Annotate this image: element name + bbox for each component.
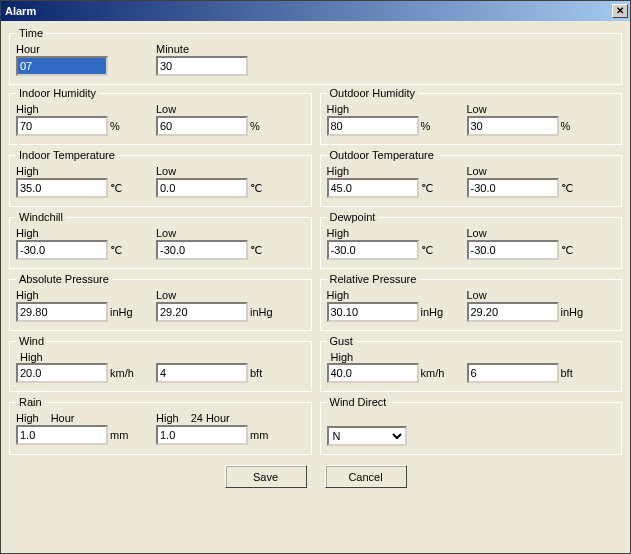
unit-inhg: inHg [250,306,273,318]
group-gust: Gust High km/h bft [320,335,623,392]
alarm-window: Alarm ✕ Time Hour Minute Indoor Humidity [0,0,631,554]
label-it-low: Low [156,165,276,177]
legend-windchill: Windchill [16,211,66,223]
abs-pressure-high-input[interactable] [16,302,108,322]
unit-degc: ℃ [561,182,573,195]
label-gust-high: High [331,351,354,363]
unit-pct: % [421,120,431,132]
save-button[interactable]: Save [225,465,307,488]
legend-gust: Gust [327,335,356,347]
unit-inhg: inHg [421,306,444,318]
legend-outdoor-temp: Outdoor Temperature [327,149,437,161]
dewpoint-low-input[interactable] [467,240,559,260]
unit-degc: ℃ [250,244,262,257]
legend-wind-direct: Wind Direct [327,396,390,408]
group-dewpoint: Dewpoint High ℃ Low ℃ [320,211,623,269]
gust-kmh-input[interactable] [327,363,419,383]
abs-pressure-low-input[interactable] [156,302,248,322]
label-wind-high: High [20,351,43,363]
label-wc-low: Low [156,227,276,239]
hour-input[interactable] [16,56,108,76]
label-ih-high: High [16,103,136,115]
label-rain-high1: High [16,412,39,424]
dewpoint-high-input[interactable] [327,240,419,260]
minute-input[interactable] [156,56,248,76]
unit-mm: mm [110,429,128,441]
group-wind: Wind High km/h bft [9,335,312,392]
legend-wind: Wind [16,335,47,347]
group-time: Time Hour Minute [9,27,622,85]
unit-bft: bft [561,367,573,379]
indoor-temp-low-input[interactable] [156,178,248,198]
outdoor-temp-high-input[interactable] [327,178,419,198]
legend-indoor-temp: Indoor Temperature [16,149,118,161]
indoor-humidity-low-input[interactable] [156,116,248,136]
group-indoor-humidity: Indoor Humidity High % Low % [9,87,312,145]
label-oh-high: High [327,103,447,115]
close-icon[interactable]: ✕ [612,4,628,18]
indoor-temp-high-input[interactable] [16,178,108,198]
unit-degc: ℃ [110,182,122,195]
group-rain: Rain High Hour mm High 24 Hour [9,396,312,455]
unit-pct: % [250,120,260,132]
unit-inhg: inHg [561,306,584,318]
legend-indoor-humidity: Indoor Humidity [16,87,99,99]
unit-degc: ℃ [561,244,573,257]
label-ap-high: High [16,289,136,301]
outdoor-temp-low-input[interactable] [467,178,559,198]
legend-dewpoint: Dewpoint [327,211,379,223]
label-ap-low: Low [156,289,276,301]
rain-hour-input[interactable] [16,425,108,445]
label-minute: Minute [156,43,276,55]
wind-bft-input[interactable] [156,363,248,383]
label-hour: Hour [16,43,136,55]
rel-pressure-high-input[interactable] [327,302,419,322]
unit-bft: bft [250,367,262,379]
group-windchill: Windchill High ℃ Low ℃ [9,211,312,269]
label-rp-low: Low [467,289,587,301]
group-indoor-temp: Indoor Temperature High ℃ Low ℃ [9,149,312,207]
cancel-button[interactable]: Cancel [325,465,407,488]
label-dp-high: High [327,227,447,239]
unit-degc: ℃ [110,244,122,257]
label-rain-hour: Hour [51,412,75,424]
rain-24h-input[interactable] [156,425,248,445]
indoor-humidity-high-input[interactable] [16,116,108,136]
label-rain-high2: High [156,412,179,424]
group-outdoor-temp: Outdoor Temperature High ℃ Low ℃ [320,149,623,207]
group-outdoor-humidity: Outdoor Humidity High % Low % [320,87,623,145]
legend-rel-pressure: Relative Pressure [327,273,420,285]
label-ih-low: Low [156,103,276,115]
label-ot-low: Low [467,165,587,177]
unit-pct: % [561,120,571,132]
group-wind-direct: Wind Direct N [320,396,623,455]
window-title: Alarm [5,5,36,17]
windchill-low-input[interactable] [156,240,248,260]
wind-direct-select[interactable]: N [327,426,407,446]
unit-degc: ℃ [421,244,433,257]
wind-kmh-input[interactable] [16,363,108,383]
unit-kmh: km/h [421,367,445,379]
outdoor-humidity-high-input[interactable] [327,116,419,136]
label-rp-high: High [327,289,447,301]
legend-time: Time [16,27,46,39]
label-ot-high: High [327,165,447,177]
rel-pressure-low-input[interactable] [467,302,559,322]
legend-outdoor-humidity: Outdoor Humidity [327,87,419,99]
label-oh-low: Low [467,103,587,115]
group-rel-pressure: Relative Pressure High inHg Low inHg [320,273,623,331]
windchill-high-input[interactable] [16,240,108,260]
unit-kmh: km/h [110,367,134,379]
gust-bft-input[interactable] [467,363,559,383]
unit-degc: ℃ [250,182,262,195]
unit-inhg: inHg [110,306,133,318]
label-wc-high: High [16,227,136,239]
group-abs-pressure: Absolute Pressure High inHg Low inHg [9,273,312,331]
client-area: Time Hour Minute Indoor Humidity High [1,21,630,553]
unit-pct: % [110,120,120,132]
outdoor-humidity-low-input[interactable] [467,116,559,136]
legend-abs-pressure: Absolute Pressure [16,273,112,285]
unit-mm: mm [250,429,268,441]
legend-rain: Rain [16,396,45,408]
button-row: Save Cancel [9,465,622,488]
